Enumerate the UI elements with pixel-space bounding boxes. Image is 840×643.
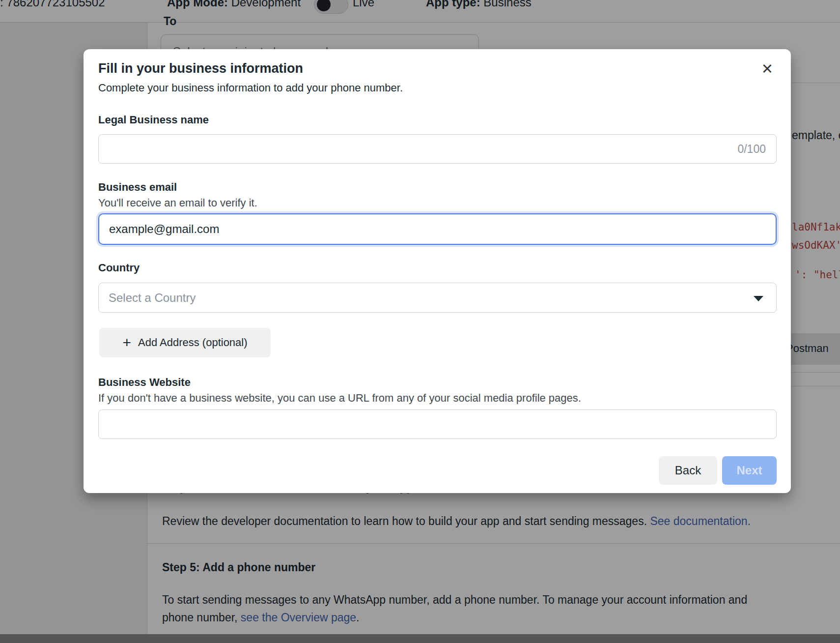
legal-name-label: Legal Business name: [98, 114, 209, 126]
website-field-wrap: [98, 409, 777, 439]
legal-name-input[interactable]: [98, 134, 777, 164]
email-field-wrap: [98, 213, 777, 245]
country-label: Country: [98, 262, 140, 274]
chevron-down-icon: [754, 296, 763, 301]
plus-icon: +: [122, 335, 131, 350]
country-select[interactable]: Select a Country: [98, 283, 777, 313]
close-icon[interactable]: ✕: [758, 60, 776, 78]
email-input[interactable]: [98, 213, 777, 245]
website-input[interactable]: [98, 409, 777, 439]
business-info-dialog: Fill in your business information ✕ Comp…: [84, 49, 791, 493]
dialog-subtitle: Complete your business information to ad…: [98, 82, 403, 94]
back-button[interactable]: Back: [659, 456, 717, 485]
add-address-button[interactable]: + Add Address (optional): [99, 328, 271, 357]
char-counter: 0/100: [737, 134, 766, 164]
website-helper: If you don't have a business website, yo…: [98, 392, 581, 405]
email-helper: You'll receive an email to verify it.: [98, 197, 257, 209]
email-label: Business email: [98, 181, 177, 194]
country-select-placeholder: Select a Country: [109, 291, 196, 304]
next-button[interactable]: Next: [722, 456, 777, 485]
legal-name-field-wrap: 0/100: [98, 134, 777, 164]
website-label: Business Website: [98, 376, 191, 389]
dialog-title: Fill in your business information: [98, 61, 303, 76]
add-address-label: Add Address (optional): [138, 336, 248, 349]
